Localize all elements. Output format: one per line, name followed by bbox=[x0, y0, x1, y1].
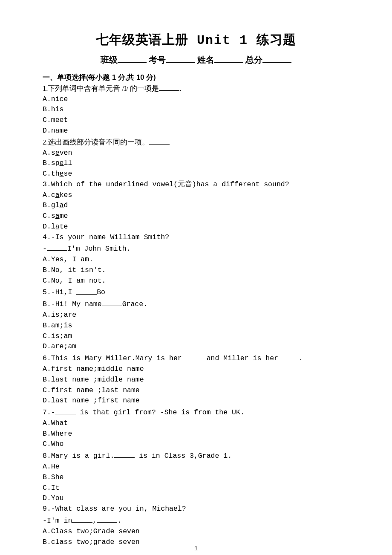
q3-option-d[interactable]: D.late bbox=[43, 222, 349, 232]
label-name: 姓名 bbox=[197, 55, 214, 64]
q3-option-b[interactable]: B.glad bbox=[43, 200, 349, 211]
q2-b-pre: B.sp bbox=[43, 159, 60, 167]
question-3: 3.Which of the underlined vowel(元音)has a… bbox=[43, 179, 349, 190]
q1-option-c[interactable]: C.meet bbox=[43, 115, 349, 126]
q3-a-post: kes bbox=[60, 191, 72, 199]
q4-option-c[interactable]: C.No, I am not. bbox=[43, 276, 349, 286]
q9-blank-2[interactable] bbox=[97, 515, 117, 523]
q6-blank-1[interactable] bbox=[186, 352, 207, 360]
q5-stem2-pre: B.-Hi! My name bbox=[43, 300, 102, 308]
q2-option-c[interactable]: C.these bbox=[43, 169, 349, 179]
q6-option-a[interactable]: A.first name;middle name bbox=[43, 364, 349, 375]
q2-a-u: e bbox=[55, 149, 60, 157]
q2-stem-pre: 2.选出画线部分读音不同的一项。 bbox=[43, 138, 149, 146]
q5-stem-post: Bo bbox=[97, 289, 105, 297]
q3-c-pre: C.s bbox=[43, 212, 55, 220]
q3-b-post: d bbox=[64, 201, 68, 209]
question-1: 1.下列单词中含有单元音 /I/ 的一项是. bbox=[43, 83, 349, 94]
question-9: 9.-What class are you in, Michael? bbox=[43, 504, 349, 515]
q8-option-a[interactable]: A.He bbox=[43, 462, 349, 472]
q8-option-d[interactable]: D.You bbox=[43, 493, 349, 504]
q7-blank[interactable] bbox=[55, 406, 76, 414]
q5-stem-pre: 5.-Hi,I bbox=[43, 289, 76, 297]
question-5: 5.-Hi,I Bo bbox=[43, 286, 349, 298]
q4-stem2: -I'm John Smith. bbox=[43, 243, 349, 254]
q9-stem2-mid: , bbox=[92, 517, 97, 525]
q3-a-pre: A.c bbox=[43, 191, 55, 199]
document-title: 七年级英语上册 Unit 1 练习题 bbox=[43, 30, 349, 50]
q9-stem2: -I'm in,. bbox=[43, 515, 349, 526]
q6-option-b[interactable]: B.last name ;middle name bbox=[43, 375, 349, 385]
q3-d-pre: D.l bbox=[43, 223, 55, 231]
q5-option-d[interactable]: D.are;am bbox=[43, 341, 349, 352]
q3-d-post: te bbox=[60, 223, 68, 231]
question-6: 6.This is Mary Miller.Mary is her and Mi… bbox=[43, 352, 349, 364]
q5-option-c[interactable]: C.is;am bbox=[43, 331, 349, 342]
q5-stem2: B.-Hi! My nameGrace. bbox=[43, 298, 349, 310]
q3-option-a[interactable]: A.cakes bbox=[43, 190, 349, 201]
q9-option-a[interactable]: A.Class two;Grade seven bbox=[43, 526, 349, 537]
q3-d-u: a bbox=[55, 223, 60, 231]
q3-c-post: me bbox=[60, 212, 68, 220]
q2-b-u: e bbox=[60, 159, 64, 167]
q7-option-c[interactable]: C.Who bbox=[43, 439, 349, 450]
q2-c-pre: C.th bbox=[43, 170, 60, 178]
q9-stem2-post: . bbox=[117, 517, 121, 525]
label-score: 总分 bbox=[245, 55, 262, 64]
q2-a-pre: A.s bbox=[43, 149, 55, 157]
blank-score[interactable] bbox=[262, 53, 291, 63]
q5-blank-2[interactable] bbox=[102, 298, 122, 306]
q3-b-pre: B.gl bbox=[43, 201, 60, 209]
q5-stem2-post: Grace. bbox=[122, 300, 147, 308]
q2-blank[interactable] bbox=[149, 136, 170, 145]
blank-name[interactable] bbox=[214, 53, 243, 63]
worksheet-page: 七年级英语上册 Unit 1 练习题 班级 考号 姓名 总分 一、单项选择(每小… bbox=[0, 0, 392, 555]
q8-stem-post: is in Class 3,Grade 1. bbox=[135, 452, 232, 460]
q7-stem-pre: 7.- bbox=[43, 408, 55, 416]
blank-num[interactable] bbox=[166, 53, 195, 63]
q6-option-d[interactable]: D.last name ;first name bbox=[43, 396, 349, 406]
q3-a-u: a bbox=[55, 191, 60, 199]
q6-stem-post: . bbox=[299, 354, 303, 362]
q4-option-b[interactable]: B.No, it isn't. bbox=[43, 265, 349, 276]
q6-blank-2[interactable] bbox=[278, 352, 299, 360]
q8-stem-pre: 8.Mary is a girl. bbox=[43, 452, 114, 460]
label-class: 班级 bbox=[101, 55, 118, 64]
q2-b-post: ll bbox=[64, 159, 72, 167]
q2-c-u: e bbox=[60, 170, 64, 178]
title-cn-post: 练习题 bbox=[257, 32, 296, 46]
q5-option-b[interactable]: B.am;is bbox=[43, 321, 349, 331]
q8-blank[interactable] bbox=[114, 450, 135, 458]
q1-option-b[interactable]: B.his bbox=[43, 104, 349, 115]
q1-option-a[interactable]: A.nice bbox=[43, 94, 349, 105]
q8-option-b[interactable]: B.She bbox=[43, 472, 349, 483]
blank-class[interactable] bbox=[118, 53, 147, 63]
q2-option-b[interactable]: B.spell bbox=[43, 158, 349, 169]
q6-option-c[interactable]: C.first name ;last name bbox=[43, 385, 349, 396]
q7-option-a[interactable]: A.What bbox=[43, 418, 349, 429]
q1-blank[interactable] bbox=[159, 83, 179, 91]
title-latin: Unit 1 bbox=[188, 33, 257, 48]
question-8: 8.Mary is a girl. is in Class 3,Grade 1. bbox=[43, 450, 349, 462]
q8-option-c[interactable]: C.It bbox=[43, 483, 349, 494]
q9-blank-1[interactable] bbox=[72, 515, 92, 523]
student-info-line: 班级 考号 姓名 总分 bbox=[43, 53, 349, 66]
q2-c-post: se bbox=[64, 170, 72, 178]
q5-blank-1[interactable] bbox=[76, 286, 97, 294]
q3-c-u: a bbox=[55, 212, 60, 220]
q9-stem2-pre: -I'm in bbox=[43, 517, 72, 525]
q1-option-d[interactable]: D.name bbox=[43, 126, 349, 136]
q5-option-a[interactable]: A.is;are bbox=[43, 310, 349, 321]
q4-stem2-post: I'm John Smith. bbox=[67, 245, 131, 253]
q6-stem-mid: and Miller is her bbox=[207, 354, 278, 362]
q6-stem-pre: 6.This is Mary Miller.Mary is her bbox=[43, 354, 186, 362]
q1-stem-pre: 1.下列单词中含有单元音 /I/ 的一项是 bbox=[43, 84, 159, 92]
q4-blank[interactable] bbox=[47, 243, 67, 251]
q3-option-c[interactable]: C.same bbox=[43, 211, 349, 222]
q4-stem2-pre: - bbox=[43, 245, 47, 253]
q2-option-a[interactable]: A.seven bbox=[43, 148, 349, 159]
q7-option-b[interactable]: B.Where bbox=[43, 429, 349, 439]
q3-b-u: a bbox=[60, 201, 64, 209]
q4-option-a[interactable]: A.Yes, I am. bbox=[43, 254, 349, 265]
section-heading: 一、单项选择(每小题 1 分,共 10 分) bbox=[43, 72, 349, 83]
